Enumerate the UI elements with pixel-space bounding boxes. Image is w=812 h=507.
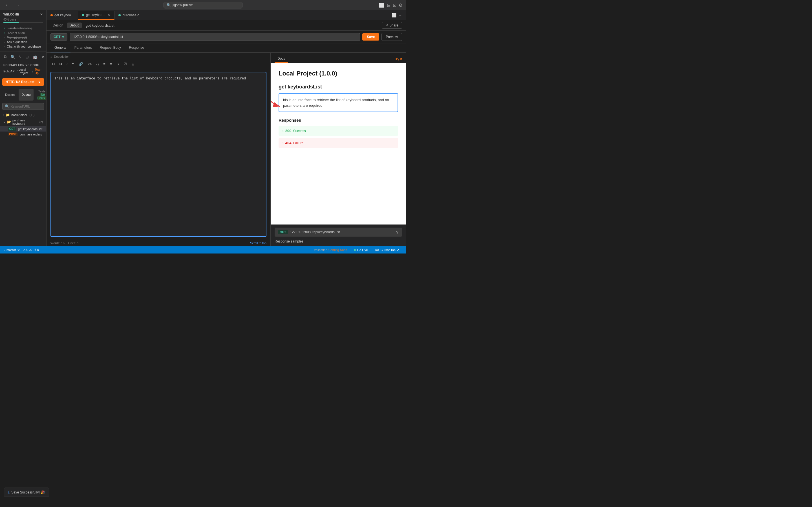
docs-url: 127.0.0.1:8080/api/keyboardsList [290,230,394,234]
subtab-parameters[interactable]: Parameters [70,43,96,52]
debug-button[interactable]: Debug [67,22,82,28]
tab-3[interactable]: purchase o... [114,11,146,19]
go-live-button[interactable]: Go Live [350,246,371,253]
sub-tabs: General Parameters Request Body Response [47,43,406,53]
nav-forward-button[interactable]: → [13,1,21,9]
git-branch[interactable]: ⑂ master ↻ [3,248,20,252]
docs-tab[interactable]: Docs [274,55,288,63]
cursor-tab-icon: ⌨ [375,248,379,252]
content-area: get keyboa... get keyboa... ✕ purchase o… [47,10,406,246]
bold-button[interactable]: B [57,61,63,67]
table-button[interactable]: ⊞ [130,61,136,67]
rich-toolbar: H B I ❝ 🔗 <> {} ≡ ≡ S ☑ ⊞ [47,59,270,69]
preview-button[interactable]: Preview [382,33,402,41]
error-icon: ✕ [23,248,26,252]
cursor-tab-button[interactable]: ⌨ Cursor Tab ↗ [371,246,403,253]
response-404-header[interactable]: › 404 Failure [278,138,398,148]
tab-design[interactable]: Design [2,89,17,101]
sidebar-toggle-icon[interactable]: ⬜ [379,3,385,8]
error-count[interactable]: ✕ 0 ⚠ 0 ℹ 0 [23,248,39,252]
dropdown-icon: ∨ [38,80,41,84]
info-status-icon: ℹ [35,248,36,252]
api-item-get-keyboards[interactable]: GET get keyboardsList [0,126,46,131]
search-toolbar-icon[interactable]: 🔍 [9,54,17,60]
statusbar-right: Validation Coming Soon Go Live ⌨ Cursor … [314,246,403,253]
response-200-text: Success [293,129,306,133]
layout-icon[interactable]: ⊟ [387,3,391,8]
search-input[interactable] [11,105,50,108]
task-list-button[interactable]: ☑ [122,61,129,67]
api-name-purchase: purchase orders [19,133,42,136]
onboarding-item-chat[interactable]: ○ Chat with your codebase [3,44,43,49]
more-dots-icon[interactable]: ⋯ [40,64,43,67]
split-editor-icon[interactable]: ⬜ [392,13,396,17]
folder-purchase-icon: 📂 [7,120,11,124]
italic-button[interactable]: I [65,61,69,67]
folder-basic[interactable]: › 📁 basic folder (11) [0,112,46,118]
onboarding-item-accept[interactable]: ✓ Accept a tab [3,31,43,35]
ordered-list-button[interactable]: ≡ [108,61,114,67]
panel-icon[interactable]: ⊡ [393,3,396,8]
design-button[interactable]: Design [50,22,65,28]
code-block-button[interactable]: {} [95,61,101,67]
grid-icon[interactable]: ⊞ [24,54,30,60]
onboarding-item-prompt[interactable]: ○ Prompt an edit [3,35,43,40]
response-200-code: 200 [285,129,292,133]
red-arrow [271,93,284,109]
tab-2[interactable]: get keyboa... ✕ [78,11,115,20]
share-button[interactable]: ↗ Share [382,22,402,29]
request-title: get keyboardsList [86,23,380,27]
post-method-badge: POST [8,132,18,136]
team-up-button[interactable]: Team Up [35,68,43,75]
scroll-top-button[interactable]: Scroll to top [250,241,266,245]
tab-close-icon[interactable]: ✕ [107,13,110,17]
tab-debug[interactable]: Debug [18,89,33,101]
get-method-badge: GET [8,127,16,131]
response-200[interactable]: › 200 Success [278,126,398,136]
titlebar-search[interactable]: 🔍 jigsaw-puzzle [163,2,243,8]
folder-count: (11) [30,114,35,117]
nav-back-button[interactable]: ← [3,1,11,9]
response-404-code: 404 [285,141,292,145]
chevron-200-icon: › [283,129,284,133]
http-request-button[interactable]: HTTP/1/2 Request ∨ [2,78,44,86]
docs-get-badge: GET [278,230,288,234]
code-button[interactable]: <> [86,61,93,67]
git-icon[interactable]: ⑂ [18,54,23,60]
url-input[interactable] [70,33,360,41]
method-select[interactable]: GET ∨ [50,33,67,41]
heading-button[interactable]: H [50,61,56,67]
search-text: jigsaw-puzzle [172,3,193,7]
settings-icon[interactable]: ⚙ [399,3,403,8]
chevron-down-icon[interactable]: ∨ [32,70,34,73]
strikethrough-button[interactable]: S [115,61,121,67]
try-it-button[interactable]: Try it [394,57,402,61]
titlebar: ← → 🔍 jigsaw-puzzle ⬜ ⊟ ⊡ ⚙ [0,0,406,10]
onboarding-item-ask[interactable]: ○ Ask a question [3,40,43,44]
folder-purchase[interactable]: ∨ 📂 purchase keyboard (2) [0,118,46,126]
subtab-request-body[interactable]: Request Body [96,43,125,52]
subtab-response[interactable]: Response [125,43,148,52]
response-404[interactable]: › 404 Failure [278,138,398,148]
save-button[interactable]: Save [362,33,379,41]
statusbar: ⑂ master ↻ ✕ 0 ⚠ 0 ℹ 0 Validation Coming… [0,246,406,253]
subtab-general[interactable]: General [50,43,70,52]
onboarding-item-finish[interactable]: ✓ Finish onboarding [3,25,43,31]
api-item-post-purchase[interactable]: POST purchase orders [0,131,46,137]
docs-inner: Local Project (1.0.0) get keyboardsList [271,63,406,157]
robot-icon[interactable]: 🤖 [31,54,39,60]
description-label: ≡ Description [47,53,270,59]
tabs-more-icon[interactable]: ⋯ [399,13,403,17]
blockquote-button[interactable]: ❝ [70,61,75,67]
sidebar-close-button[interactable]: ✕ [40,12,43,16]
tab-1[interactable]: get keyboa... [47,11,78,19]
docs-get-row[interactable]: GET 127.0.0.1:8080/api/keyboardsList ∨ [274,228,402,237]
copy-icon[interactable]: ⧉ [2,54,8,60]
unordered-list-button[interactable]: ≡ [101,61,107,67]
tabs-bar: get keyboa... get keyboa... ✕ purchase o… [47,10,406,20]
more-icon[interactable]: ∨ [40,54,46,60]
link-button[interactable]: 🔗 [77,61,85,67]
response-200-header[interactable]: › 200 Success [278,126,398,136]
search-bar[interactable]: 🔍 ◇ ⊘ [2,103,44,110]
description-textarea[interactable]: This is an interface to retrieve the lis… [50,72,266,237]
